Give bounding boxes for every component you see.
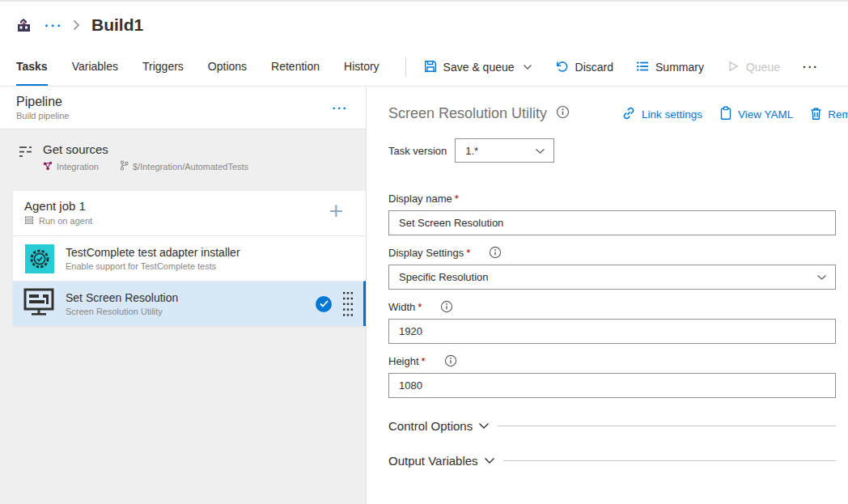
link-settings-button[interactable]: Link settings <box>621 106 702 123</box>
task-icon-box <box>24 289 55 320</box>
source-path: $/Integration/AutomatedTests <box>133 162 248 172</box>
page-title: Build1 <box>91 15 143 35</box>
summary-label: Summary <box>655 61 704 74</box>
get-sources-title: Get sources <box>43 142 248 156</box>
add-task-button[interactable]: + <box>329 199 343 223</box>
display-settings-label: Display Settings <box>388 247 464 259</box>
output-variables-section[interactable]: Output Variables <box>388 453 836 468</box>
display-settings-label-row: Display Settings* <box>388 246 836 259</box>
task-version-dropdown[interactable]: 1.* <box>455 138 554 163</box>
tab-strip: Tasks Variables Triggers Options Retenti… <box>16 49 404 86</box>
output-variables-label: Output Variables <box>388 454 478 468</box>
agent-job-header[interactable]: Agent job 1 Run on agent + <box>13 191 366 235</box>
clipboard-icon <box>719 106 732 123</box>
info-icon[interactable] <box>440 300 453 313</box>
drag-handle[interactable] <box>343 292 353 316</box>
toolbar-more-button[interactable]: ··· <box>803 61 819 74</box>
control-options-section[interactable]: Control Options <box>388 418 836 433</box>
pipeline-tree-panel: Pipeline Build pipeline ··· Get sources <box>0 87 367 504</box>
display-settings-dropdown[interactable]: Specific Resolution <box>388 265 836 290</box>
branch-icon <box>120 160 129 172</box>
task-text: TestComplete test adapter installer Enab… <box>66 246 240 271</box>
pipeline-title: Pipeline <box>16 95 69 109</box>
testcomplete-task-icon <box>25 244 54 273</box>
remove-label: Remove <box>828 108 848 121</box>
task-version-value: 1.* <box>465 145 478 157</box>
queue-button[interactable]: Queue <box>727 60 780 75</box>
repo-name: Integration <box>57 162 99 172</box>
toolbar-divider <box>405 57 406 77</box>
undo-icon <box>555 60 569 75</box>
tab-triggers[interactable]: Triggers <box>142 49 184 86</box>
pipeline-more-button[interactable]: ··· <box>333 101 349 115</box>
task-title: Set Screen Resolution <box>66 291 178 304</box>
task-item-set-screen-resolution[interactable]: Set Screen Resolution Screen Resolution … <box>13 281 366 326</box>
info-icon[interactable] <box>556 105 570 122</box>
selected-check-icon <box>316 296 332 312</box>
display-settings-field: Display Settings* Specific Resolution <box>388 246 836 290</box>
height-field: Height* <box>388 354 836 398</box>
save-and-queue-label: Save & queue <box>443 61 515 74</box>
screen-resolution-task-icon <box>23 288 56 320</box>
width-label: Width <box>388 301 415 313</box>
tab-variables[interactable]: Variables <box>72 49 118 86</box>
summary-button[interactable]: Summary <box>636 60 704 75</box>
section-rule <box>498 426 836 426</box>
task-subtitle: Screen Resolution Utility <box>66 307 178 316</box>
steps-icon <box>18 145 33 191</box>
task-fields: Display name* Display Settings* <box>388 193 836 398</box>
link-icon <box>621 106 636 123</box>
task-version-row: Task version 1.* <box>388 138 836 163</box>
tab-options[interactable]: Options <box>208 49 247 86</box>
agent-icon <box>24 215 34 227</box>
task-subtitle: Enable support for TestComplete tests <box>66 261 240 271</box>
chevron-down-icon <box>478 418 490 433</box>
height-input[interactable] <box>388 373 836 398</box>
required-marker: * <box>422 355 426 367</box>
width-input[interactable] <box>388 319 836 344</box>
task-version-label: Task version <box>388 145 447 157</box>
display-name-input[interactable] <box>388 210 836 235</box>
width-label-row: Width* <box>388 300 836 313</box>
chevron-down-icon <box>484 453 495 468</box>
height-label: Height <box>388 355 419 367</box>
link-settings-label: Link settings <box>642 108 702 121</box>
save-and-queue-button[interactable]: Save & queue <box>424 60 532 75</box>
view-yaml-button[interactable]: View YAML <box>719 106 793 123</box>
task-icon-box <box>24 244 55 274</box>
required-marker: * <box>466 247 470 259</box>
view-yaml-label: View YAML <box>738 108 793 121</box>
info-icon[interactable] <box>444 354 457 367</box>
play-icon <box>727 60 740 75</box>
tab-toolbar: Tasks Variables Triggers Options Retenti… <box>0 49 848 87</box>
tab-retention[interactable]: Retention <box>271 49 320 86</box>
width-field: Width* <box>388 300 836 344</box>
agent-job-title: Agent job 1 <box>24 199 354 213</box>
tab-history[interactable]: History <box>344 49 379 86</box>
build-definition-icon <box>16 18 32 33</box>
pipeline-header[interactable]: Pipeline Build pipeline ··· <box>0 87 366 129</box>
save-icon <box>424 60 437 75</box>
agent-job-subtitle: Run on agent <box>39 216 92 226</box>
get-sources-item[interactable]: Get sources Integration <box>0 129 366 191</box>
tab-tasks[interactable]: Tasks <box>16 49 48 86</box>
control-options-label: Control Options <box>388 419 473 433</box>
discard-button[interactable]: Discard <box>555 60 613 75</box>
summary-list-icon <box>636 60 649 75</box>
remove-button[interactable]: Remove <box>810 106 848 123</box>
required-marker: * <box>418 301 422 313</box>
task-settings-panel: Screen Resolution Utility <box>367 87 848 504</box>
info-icon[interactable] <box>489 246 502 259</box>
section-rule <box>503 460 836 461</box>
queue-label: Queue <box>746 61 780 74</box>
task-settings-title: Screen Resolution Utility <box>388 105 547 122</box>
task-item-testcomplete[interactable]: TestComplete test adapter installer Enab… <box>13 235 366 281</box>
height-label-row: Height* <box>388 354 836 367</box>
agent-job-subtitle-row: Run on agent <box>24 215 354 227</box>
breadcrumb-more-button[interactable]: ··· <box>45 19 63 32</box>
trash-icon <box>810 107 822 123</box>
editor-body: Pipeline Build pipeline ··· Get sources <box>0 87 848 504</box>
display-settings-value: Specific Resolution <box>399 271 489 283</box>
page-header: ··· Build1 <box>0 2 848 49</box>
save-and-queue-chevron-icon <box>523 64 532 70</box>
